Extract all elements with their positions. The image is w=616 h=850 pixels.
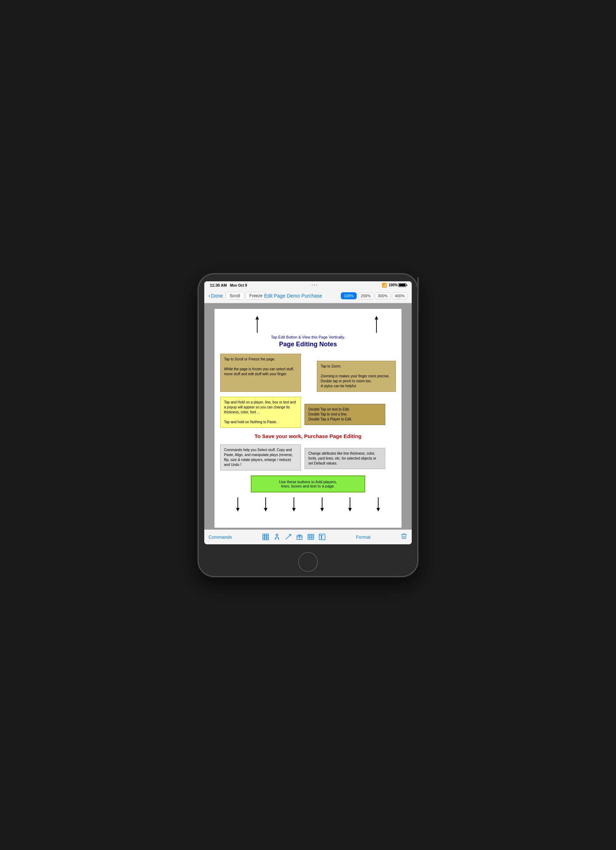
shaft-down-6: [378, 497, 378, 508]
status-time: 11:30 AM: [210, 283, 227, 287]
page-subtitle: Tap Edit Button & View this Page Vertica…: [220, 335, 396, 339]
arrowhead-down-3: [292, 508, 296, 512]
svg-rect-3: [263, 536, 265, 538]
save-text: To Save your work, Purchase Page Editing: [220, 433, 396, 440]
content-area: Tap Edit Button & View this Page Vertica…: [204, 303, 412, 530]
note-double-tap-text: Double Tap on text to Edit.Double Tap to…: [308, 407, 352, 421]
note-zoom: Tap to Zoom.Zooming in makes your finger…: [317, 361, 396, 392]
arrows-bottom: [220, 497, 396, 512]
note-zoom-text: Tap to Zoom.Zooming in makes your finger…: [321, 364, 390, 388]
box-icon[interactable]: [296, 533, 304, 541]
arrow-up-right: [375, 316, 378, 333]
arrows-top: [220, 316, 396, 334]
note-commands: Commands help you Select stuff, Copy and…: [220, 444, 301, 471]
status-bar: 11:30 AM Mon Oct 9 • • • 📶 100%: [204, 281, 412, 289]
status-left: 11:30 AM Mon Oct 9: [210, 283, 247, 287]
nav-bar: ‹ Done Scroll Freeze Edit Page Demo Purc…: [204, 289, 412, 303]
text-icon[interactable]: T: [318, 533, 326, 541]
player-icon[interactable]: [273, 533, 281, 541]
battery: 100%: [389, 283, 406, 287]
svg-rect-6: [263, 538, 265, 540]
svg-point-9: [276, 534, 278, 536]
shaft-down-2: [265, 497, 266, 508]
arrow-up-left: [256, 316, 259, 333]
shaft-down-1: [238, 497, 238, 508]
note-tap-hold: Tap and Hold on a player, line, box or t…: [220, 397, 301, 428]
note-double-tap: Double Tap on text to Edit.Double Tap to…: [305, 404, 385, 425]
arrow-down-5: [348, 497, 352, 512]
arrowhead-up-left: [256, 316, 259, 319]
note-commands-text: Commands help you Select stuff, Copy and…: [224, 448, 293, 467]
box-svg: [296, 533, 304, 541]
arrow-down-2: [264, 497, 268, 512]
svg-rect-7: [265, 538, 267, 540]
scroll-button[interactable]: Scroll: [226, 292, 244, 300]
svg-rect-5: [267, 536, 269, 538]
text-svg: T: [318, 533, 326, 541]
battery-fill: [399, 284, 405, 286]
toolbar-icons: T: [262, 533, 326, 541]
wifi-icon: 📶: [382, 283, 387, 288]
zoom-200-button[interactable]: 200%: [358, 292, 374, 299]
svg-rect-0: [263, 534, 265, 536]
status-date: Mon Oct 9: [230, 283, 247, 287]
note-add-items-text: Use these buttons to Add players,lines, …: [279, 480, 337, 488]
trash-button[interactable]: [401, 533, 408, 541]
nav-title-text: Edit Page Demo: [264, 293, 301, 299]
zoom-400-button[interactable]: 400%: [392, 292, 408, 299]
commands-button[interactable]: Commands: [208, 534, 232, 540]
note-attributes-text: Change attributes like line thickness, c…: [308, 452, 376, 465]
arrowhead-down-5: [348, 508, 352, 512]
svg-rect-16: [308, 534, 314, 540]
svg-rect-1: [265, 534, 267, 536]
arrow-down-3: [292, 497, 296, 512]
nav-title: Edit Page Demo Purchase: [248, 293, 338, 299]
arrowhead-up-right: [375, 316, 378, 319]
nav-purchase-link[interactable]: Purchase: [301, 293, 322, 299]
note-attributes: Change attributes like line thickness, c…: [305, 448, 385, 469]
table-svg: [307, 533, 315, 541]
svg-rect-4: [265, 536, 267, 538]
zoom-buttons: 100% 200% 300% 400%: [341, 292, 408, 299]
shaft-down-3: [293, 497, 294, 508]
zoom-100-button[interactable]: 100%: [341, 292, 356, 299]
arrowhead-down-2: [264, 508, 268, 512]
format-button[interactable]: Format: [356, 534, 371, 540]
arrow-down-6: [377, 497, 380, 512]
page-title: Page Editing Notes: [220, 341, 396, 348]
middle-row: Tap and Hold on a player, line, box or t…: [220, 397, 396, 428]
player-svg: [273, 533, 281, 541]
bottom-row: Commands help you Select stuff, Copy and…: [220, 444, 396, 471]
arrow-down-4: [320, 497, 324, 512]
top-annotations: Tap to Scroll or Freeze the page.While t…: [220, 354, 396, 392]
back-arrow-icon: ‹: [208, 293, 210, 299]
table-icon[interactable]: [307, 533, 315, 541]
trash-icon: [401, 533, 408, 540]
back-button[interactable]: ‹ Done: [208, 293, 223, 299]
note-tap-hold-text: Tap and Hold on a player, line, box or t…: [224, 400, 296, 424]
grid-icon[interactable]: [262, 533, 269, 541]
device-frame: 11:30 AM Mon Oct 9 • • • 📶 100% ‹ Done: [199, 274, 417, 576]
grid-svg: [262, 533, 269, 541]
screen: 11:30 AM Mon Oct 9 • • • 📶 100% ‹ Done: [204, 281, 412, 544]
note-scroll-freeze: Tap to Scroll or Freeze the page.While t…: [220, 354, 301, 392]
page-document: Tap Edit Button & View this Page Vertica…: [214, 309, 402, 528]
status-dots: • • •: [311, 283, 317, 287]
zoom-300-button[interactable]: 300%: [375, 292, 390, 299]
svg-rect-2: [267, 534, 269, 536]
shaft-up-right: [376, 319, 377, 333]
shaft-down-4: [322, 497, 323, 508]
back-label: Done: [211, 293, 223, 299]
line-icon[interactable]: [284, 533, 292, 541]
arrow-down-1: [236, 497, 239, 512]
status-right: 📶 100%: [382, 283, 406, 288]
svg-line-12: [286, 534, 291, 540]
arrowhead-down-6: [377, 508, 380, 512]
shaft-up-left: [257, 319, 257, 333]
battery-body: [398, 283, 406, 287]
battery-percent: 100%: [389, 283, 398, 287]
note-add-items: Use these buttons to Add players,lines, …: [251, 476, 365, 492]
line-svg: [284, 533, 292, 541]
note-scroll-freeze-text: Tap to Scroll or Freeze the page.While t…: [224, 357, 294, 376]
svg-rect-8: [267, 538, 269, 540]
